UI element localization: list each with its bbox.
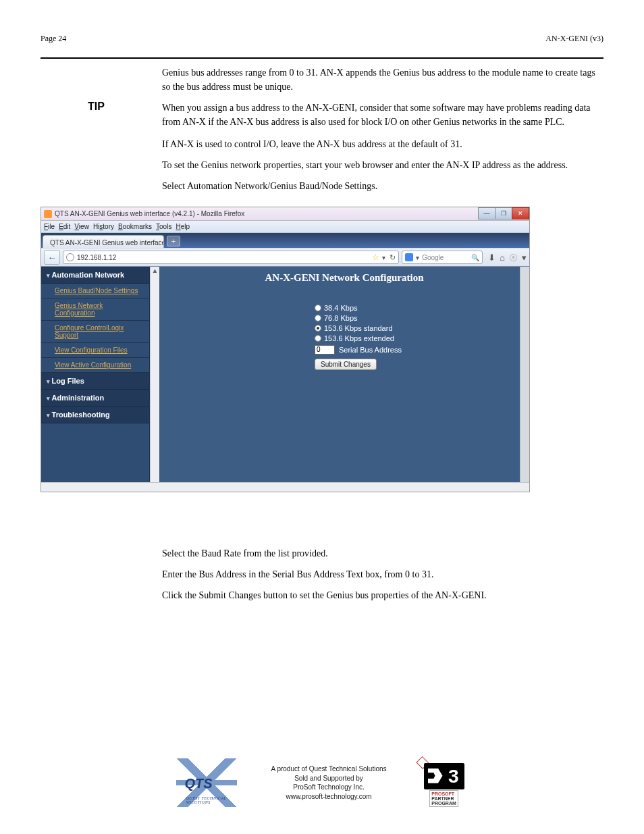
sidebar-section-automation[interactable]: Automation Network <box>41 267 149 284</box>
instr-2: Enter the Bus Address in the Serial Bus … <box>162 567 603 581</box>
firefox-toolbar: ← 192.168.1.12 ☆ ▾ ↻ ▾ Google 🔍 ⬇ ⌂ ⦿ ▾ <box>41 248 529 267</box>
reload-icon[interactable]: ↻ <box>390 253 396 262</box>
footer-text: A product of Quest Technical Solutions S… <box>271 764 386 801</box>
intro-para-4: Select Automation Network/Genius Baud/No… <box>162 179 603 193</box>
url-text: 192.168.1.12 <box>77 254 116 261</box>
search-box[interactable]: ▾ Google 🔍 <box>402 251 483 264</box>
firefox-titlebar: QTS AN-X-GENI Genius web interface (v4.2… <box>41 207 529 221</box>
baud-label-1: 38.4 Kbps <box>324 304 358 312</box>
menu-bookmarks[interactable]: Bookmarks <box>118 223 152 230</box>
firefox-menubar: File Edit View History Bookmarks Tools H… <box>41 221 529 233</box>
footer-line-4: www.prosoft-technology.com <box>271 792 386 802</box>
menu-edit[interactable]: Edit <box>59 223 70 230</box>
page-number: Page 24 <box>41 34 66 44</box>
intro-para-1: Genius bus addresses range from 0 to 31.… <box>162 66 603 94</box>
menu-file[interactable]: File <box>44 223 55 230</box>
sidebar-item-baud[interactable]: Genius Baud/Node Settings <box>41 284 149 298</box>
sba-input[interactable]: 0 <box>315 345 335 355</box>
sidebar-item-view-active-config[interactable]: View Active Configuration <box>41 358 149 373</box>
baud-label-2: 76.8 Kbps <box>324 314 358 322</box>
toolbar-dropdown-icon[interactable]: ▾ <box>522 253 527 263</box>
p3-badge <box>424 763 464 789</box>
p3-label-1: PROSOFT <box>431 791 456 796</box>
footer: QTS QUEST TECHNICAL SOLUTIONS A product … <box>0 758 644 807</box>
intro-para-3: To set the Genius network properties, st… <box>162 158 603 172</box>
firefox-window: QTS AN-X-GENI Genius web interface (v4.2… <box>41 207 530 492</box>
bookmark-star-icon[interactable]: ☆ <box>372 253 379 262</box>
dropdown-icon[interactable]: ▾ <box>382 254 385 261</box>
google-icon <box>405 253 413 261</box>
sidebar-scrollbar[interactable]: ▲ ▼ <box>150 267 159 492</box>
close-button[interactable]: ✕ <box>512 207 529 219</box>
sidebar-section-troubleshooting[interactable]: Troubleshooting <box>41 407 149 423</box>
menu-tools[interactable]: Tools <box>156 223 171 230</box>
p3-label-2: PARTNER <box>431 796 456 801</box>
horizontal-scrollbar[interactable] <box>41 482 529 492</box>
footer-line-2: Sold and Supported by <box>271 774 386 783</box>
search-icon[interactable]: 🔍 <box>471 254 479 261</box>
qts-logo-subtext: QUEST TECHNICAL SOLUTIONS <box>186 796 237 804</box>
p3-logo: PROSOFT PARTNER PROGRAM <box>421 758 468 807</box>
menu-history[interactable]: History <box>93 223 114 230</box>
intro-para-2: If AN-X is used to control I/O, leave th… <box>162 137 603 151</box>
sidebar-item-clx-support[interactable]: Configure ControlLogix Support <box>41 321 149 343</box>
menu-help[interactable]: Help <box>176 223 190 230</box>
back-button[interactable]: ← <box>44 250 60 265</box>
tab-title: QTS AN-X-GENI Genius web interface (v... <box>50 239 164 246</box>
radio-icon[interactable] <box>315 315 321 321</box>
search-placeholder: Google <box>422 254 444 261</box>
new-tab-button[interactable]: + <box>167 236 180 246</box>
browser-tab[interactable]: QTS AN-X-GENI Genius web interface (v... <box>43 235 164 248</box>
radio-icon[interactable] <box>315 335 321 342</box>
main-scrollbar[interactable] <box>520 267 529 492</box>
baud-option-2[interactable]: 76.8 Kbps <box>315 314 529 322</box>
sidebar-item-network-config[interactable]: Genius Network Configuration <box>41 298 149 321</box>
footer-line-1: A product of Quest Technical Solutions <box>271 764 386 774</box>
baud-label-4: 153.6 Kbps extended <box>324 334 394 342</box>
baud-option-3[interactable]: 153.6 Kbps standard <box>315 324 529 332</box>
firefox-tabbar: QTS AN-X-GENI Genius web interface (v...… <box>41 233 529 248</box>
qts-logo-text: QTS <box>184 776 212 791</box>
firefox-favicon <box>44 210 52 218</box>
feed-icon[interactable]: ⦿ <box>509 253 518 263</box>
url-bar[interactable]: 192.168.1.12 ☆ ▾ ↻ <box>63 251 399 264</box>
qts-logo: QTS QUEST TECHNICAL SOLUTIONS <box>176 758 237 807</box>
sidebar: Automation Network Genius Baud/Node Sett… <box>41 267 150 492</box>
scroll-up-icon[interactable]: ▲ <box>152 267 159 274</box>
p3-label-3: PROGRAM <box>431 801 456 806</box>
window-title: QTS AN-X-GENI Genius web interface (v4.2… <box>55 210 244 217</box>
globe-icon <box>66 253 74 261</box>
baud-label-3: 153.6 Kbps standard <box>324 324 393 332</box>
page-content: Automation Network Genius Baud/Node Sett… <box>41 267 529 492</box>
sidebar-item-view-config-files[interactable]: View Configuration Files <box>41 343 149 358</box>
tip-label: TIP <box>88 101 162 113</box>
main-heading: AN-X-GENI Network Configuration <box>159 267 529 304</box>
minimize-button[interactable]: — <box>478 207 495 219</box>
menu-view[interactable]: View <box>74 223 89 230</box>
instr-3: Click the Submit Changes button to set t… <box>162 588 603 602</box>
home-icon[interactable]: ⌂ <box>500 253 505 263</box>
sba-label: Serial Bus Address <box>339 346 402 354</box>
downloads-icon[interactable]: ⬇ <box>488 253 495 263</box>
baud-option-4[interactable]: 153.6 Kbps extended <box>315 334 529 342</box>
baud-option-1[interactable]: 38.4 Kbps <box>315 304 529 312</box>
footer-line-3: ProSoft Technology Inc. <box>271 783 386 792</box>
radio-icon-selected[interactable] <box>315 325 321 332</box>
sidebar-section-logfiles[interactable]: Log Files <box>41 373 149 390</box>
instr-1: Select the Baud Rate from the list provi… <box>162 546 603 561</box>
doc-title: AN-X-GENI (v3) <box>545 34 603 44</box>
tip-text: When you assign a bus address to the AN-… <box>162 101 603 129</box>
sidebar-section-admin[interactable]: Administration <box>41 390 149 407</box>
header-rule <box>41 57 603 59</box>
main-panel: AN-X-GENI Network Configuration 38.4 Kbp… <box>159 267 529 492</box>
radio-icon[interactable] <box>315 305 321 311</box>
submit-button[interactable]: Submit Changes <box>315 359 377 370</box>
maximize-button[interactable]: ❐ <box>495 207 512 219</box>
